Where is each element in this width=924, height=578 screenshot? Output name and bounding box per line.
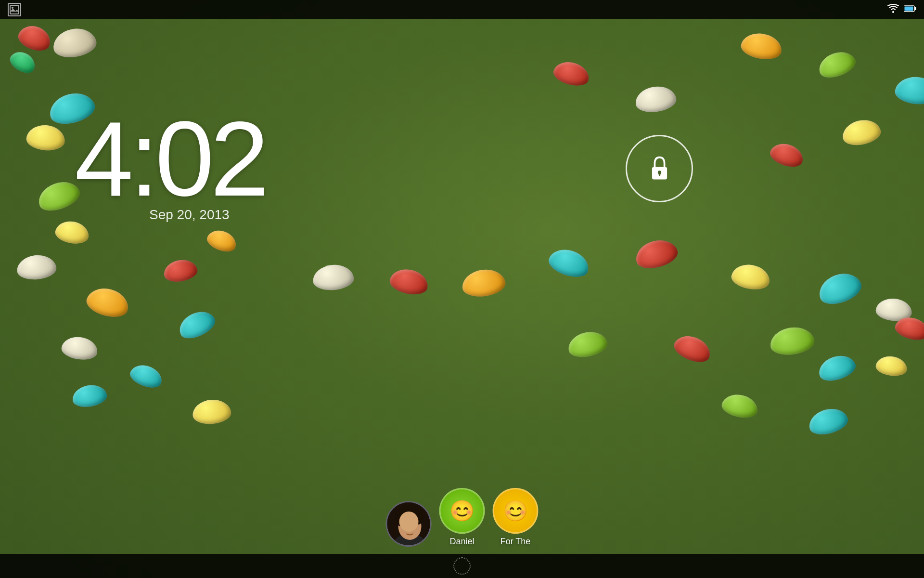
status-bar-left bbox=[8, 3, 21, 16]
profile-avatar-user1 bbox=[386, 501, 432, 547]
nav-home-indicator[interactable] bbox=[453, 557, 471, 575]
profile-name-forthe: For The bbox=[500, 537, 531, 547]
lock-button[interactable] bbox=[626, 135, 693, 202]
profile-item-forthe[interactable]: 😊 For The bbox=[493, 488, 539, 547]
svg-point-3 bbox=[892, 11, 894, 13]
svg-rect-5 bbox=[915, 7, 916, 10]
svg-point-15 bbox=[412, 509, 424, 525]
user-profiles: 😊 Daniel 😊 For The bbox=[386, 488, 539, 547]
nav-bar bbox=[0, 554, 924, 578]
profile-item-user1[interactable] bbox=[386, 501, 432, 547]
status-bar-right bbox=[887, 4, 916, 15]
profile-avatar-daniel: 😊 bbox=[439, 488, 485, 534]
status-bar bbox=[0, 0, 924, 19]
lock-icon bbox=[646, 156, 673, 182]
svg-rect-0 bbox=[10, 5, 19, 14]
svg-rect-9 bbox=[658, 172, 660, 175]
daniel-smile-icon: 😊 bbox=[449, 499, 475, 523]
wifi-icon bbox=[887, 4, 899, 15]
forthe-smile-icon: 😊 bbox=[503, 499, 528, 523]
svg-point-1 bbox=[12, 7, 13, 9]
battery-icon bbox=[904, 5, 916, 14]
gallery-icon bbox=[8, 3, 21, 16]
svg-point-18 bbox=[409, 529, 411, 531]
svg-point-17 bbox=[412, 524, 416, 529]
clock-container: 4:02 Sep 20, 2013 bbox=[75, 106, 265, 223]
user1-face bbox=[387, 502, 430, 545]
profile-item-daniel[interactable]: 😊 Daniel bbox=[439, 488, 485, 547]
profile-avatar-forthe: 😊 bbox=[493, 488, 539, 534]
svg-point-14 bbox=[395, 509, 409, 526]
clock-time: 4:02 bbox=[75, 106, 265, 212]
svg-point-16 bbox=[404, 524, 408, 529]
svg-rect-6 bbox=[905, 7, 913, 11]
profile-name-daniel: Daniel bbox=[449, 537, 474, 547]
svg-marker-2 bbox=[10, 9, 19, 12]
